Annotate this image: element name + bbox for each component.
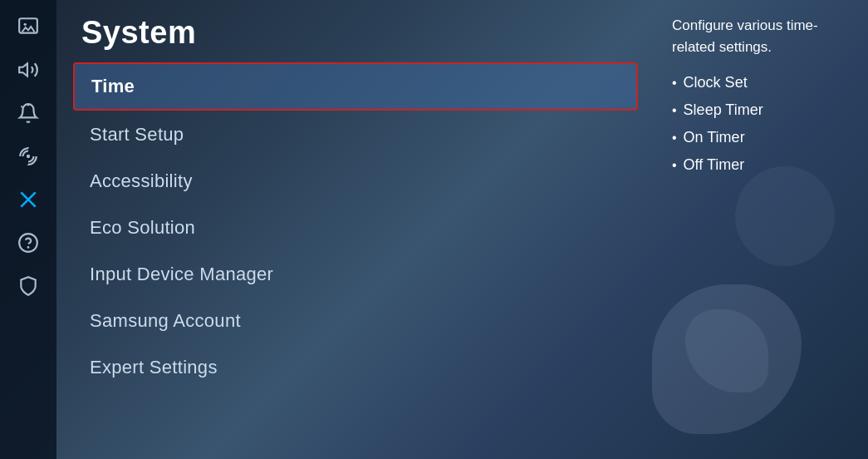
menu-item-time[interactable]: Time <box>73 62 638 111</box>
sound-icon[interactable] <box>10 52 47 88</box>
svg-line-4 <box>21 106 22 107</box>
main-content: System Time Start Setup Accessibility Ec… <box>56 0 655 459</box>
svg-point-1 <box>24 23 27 26</box>
picture-icon[interactable] <box>10 8 47 45</box>
info-panel: Configure various time-related settings.… <box>652 0 868 459</box>
menu-item-start-setup[interactable]: Start Setup <box>73 112 638 157</box>
svg-marker-2 <box>19 63 27 76</box>
bullet-icon: • <box>672 131 677 146</box>
menu-item-eco-solution[interactable]: Eco Solution <box>73 205 638 250</box>
tools-icon[interactable] <box>10 181 47 218</box>
shield-icon[interactable] <box>10 268 47 304</box>
info-item-label-off-timer: Off Timer <box>684 156 745 174</box>
support-icon[interactable] <box>10 225 47 261</box>
info-description: Configure various time-related settings. <box>672 15 848 57</box>
bullet-icon: • <box>672 103 677 118</box>
menu-item-expert-settings[interactable]: Expert Settings <box>73 345 638 390</box>
svg-point-5 <box>27 155 30 158</box>
info-list-item-sleep-timer: • Sleep Timer <box>672 101 848 119</box>
menu-item-input-device-manager[interactable]: Input Device Manager <box>73 252 638 297</box>
menu-list: Time Start Setup Accessibility Eco Solut… <box>56 62 655 390</box>
bullet-icon: • <box>672 76 677 91</box>
menu-item-samsung-account[interactable]: Samsung Account <box>73 299 638 343</box>
info-list-item-off-timer: • Off Timer <box>672 156 848 174</box>
info-list-item-clock-set: • Clock Set <box>672 74 848 91</box>
info-item-label-sleep-timer: Sleep Timer <box>684 101 763 119</box>
page-title: System <box>56 0 655 62</box>
bullet-icon: • <box>672 158 677 173</box>
sidebar <box>0 0 56 459</box>
menu-item-accessibility[interactable]: Accessibility <box>73 159 638 204</box>
info-item-label-clock-set: Clock Set <box>684 74 748 91</box>
info-list: • Clock Set • Sleep Timer • On Timer • O… <box>672 74 848 174</box>
bell-icon[interactable] <box>10 95 47 131</box>
network-icon[interactable] <box>10 138 47 175</box>
info-list-item-on-timer: • On Timer <box>672 129 848 146</box>
info-item-label-on-timer: On Timer <box>684 129 745 146</box>
